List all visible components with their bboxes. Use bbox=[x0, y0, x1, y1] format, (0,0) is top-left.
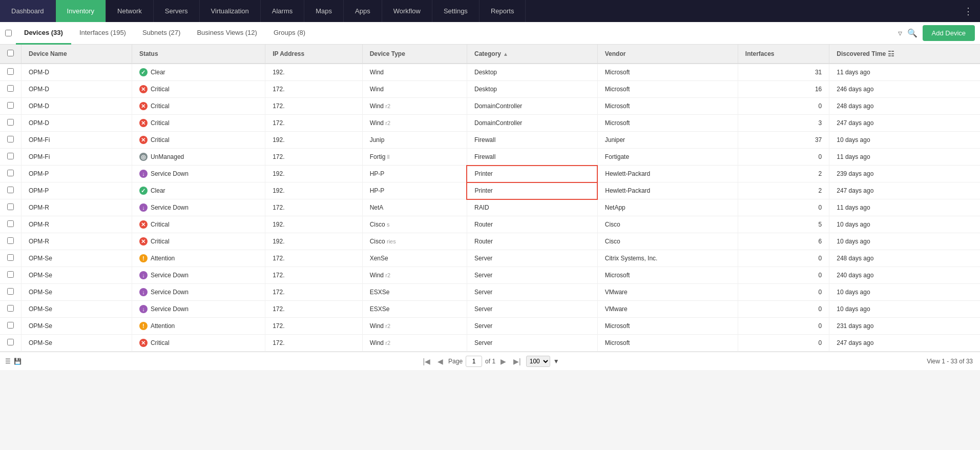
row-checkbox[interactable] bbox=[7, 102, 14, 109]
row-device-name: OPM-Fi bbox=[22, 149, 132, 166]
row-vendor: Microsoft bbox=[597, 64, 738, 81]
nav-dashboard[interactable]: Dashboard bbox=[0, 0, 56, 22]
footer-pagination: |◀ ◀ Page of 1 ▶ ▶| 100 50 200 ▼ bbox=[421, 356, 559, 367]
row-checkbox[interactable] bbox=[7, 254, 14, 261]
tab-interfaces[interactable]: Interfaces (195) bbox=[71, 22, 134, 45]
row-status: ↓ Service Down bbox=[132, 301, 265, 318]
column-settings-icon[interactable]: ☷ bbox=[888, 50, 894, 58]
more-menu-icon[interactable]: ⋮ bbox=[956, 0, 980, 22]
row-checkbox[interactable] bbox=[7, 187, 14, 193]
status-icon-critical: ✕ bbox=[139, 339, 148, 347]
nav-servers[interactable]: Servers bbox=[154, 0, 200, 22]
status-icon-servicedown: ↓ bbox=[139, 271, 148, 279]
row-checkbox-cell bbox=[0, 301, 22, 318]
prev-page-button[interactable]: ◀ bbox=[435, 356, 445, 366]
row-checkbox[interactable] bbox=[7, 305, 14, 312]
row-checkbox[interactable] bbox=[7, 237, 14, 244]
row-interfaces: 0 bbox=[738, 149, 829, 166]
row-checkbox[interactable] bbox=[7, 136, 14, 142]
row-discovered-time: 10 days ago bbox=[829, 284, 980, 301]
select-all-checkbox[interactable] bbox=[5, 30, 12, 36]
tab-devices[interactable]: Devices (33) bbox=[16, 22, 71, 45]
row-status: ✓ Clear bbox=[132, 182, 265, 199]
nav-workflow[interactable]: Workflow bbox=[382, 0, 432, 22]
header-category[interactable]: Category ▲ bbox=[467, 45, 597, 64]
status-label: Clear bbox=[151, 187, 165, 194]
row-device-name: OPM-R bbox=[22, 233, 132, 250]
row-status: ↓ Service Down bbox=[132, 199, 265, 216]
row-discovered-time: 10 days ago bbox=[829, 132, 980, 149]
row-checkbox[interactable] bbox=[7, 322, 14, 329]
row-device-type: NetA bbox=[362, 199, 467, 216]
row-checkbox[interactable] bbox=[7, 220, 14, 227]
row-discovered-time: 248 days ago bbox=[829, 98, 980, 115]
row-vendor: NetApp bbox=[597, 199, 738, 216]
nav-apps[interactable]: Apps bbox=[344, 0, 382, 22]
row-category: Router bbox=[467, 216, 597, 233]
row-checkbox[interactable] bbox=[7, 203, 14, 210]
status-icon-clear: ✓ bbox=[139, 187, 148, 195]
row-device-name: OPM-Se bbox=[22, 318, 132, 335]
first-page-button[interactable]: |◀ bbox=[421, 356, 432, 366]
nav-reports[interactable]: Reports bbox=[479, 0, 526, 22]
row-checkbox-cell bbox=[0, 250, 22, 267]
row-device-type: Wind r2 bbox=[362, 98, 467, 115]
row-device-type: HP-P bbox=[362, 166, 467, 182]
row-ip-address: 172. bbox=[265, 318, 362, 335]
next-page-button[interactable]: ▶ bbox=[498, 356, 508, 366]
row-discovered-time: 10 days ago bbox=[829, 233, 980, 250]
tab-business-views[interactable]: Business Views (12) bbox=[189, 22, 265, 45]
row-category: Server bbox=[467, 284, 597, 301]
nav-virtualization[interactable]: Virtualization bbox=[200, 0, 261, 22]
tab-groups[interactable]: Groups (8) bbox=[265, 22, 314, 45]
row-discovered-time: 247 days ago bbox=[829, 182, 980, 199]
page-input[interactable] bbox=[466, 356, 482, 367]
row-category: Firewall bbox=[467, 132, 597, 149]
row-checkbox[interactable] bbox=[7, 153, 14, 159]
row-checkbox[interactable] bbox=[7, 288, 14, 295]
row-checkbox[interactable] bbox=[7, 68, 14, 75]
row-status: ✕ Critical bbox=[132, 216, 265, 233]
row-ip-address: 172. bbox=[265, 98, 362, 115]
row-checkbox[interactable] bbox=[7, 119, 14, 126]
row-interfaces: 0 bbox=[738, 250, 829, 267]
nav-inventory[interactable]: Inventory bbox=[56, 0, 106, 22]
row-status: ↓ Service Down bbox=[132, 166, 265, 182]
filter-icon[interactable]: ▿ bbox=[898, 28, 902, 38]
rows-per-page-select[interactable]: 100 50 200 bbox=[526, 356, 550, 367]
row-status: ↓ Service Down bbox=[132, 284, 265, 301]
row-vendor: Cisco bbox=[597, 233, 738, 250]
row-checkbox[interactable] bbox=[7, 170, 14, 176]
add-device-button[interactable]: Add Device bbox=[923, 25, 975, 41]
nav-alarms[interactable]: Alarms bbox=[261, 0, 304, 22]
row-category: Desktop bbox=[467, 64, 597, 81]
status-label: Critical bbox=[151, 86, 170, 93]
header-interfaces: Interfaces bbox=[738, 45, 829, 64]
row-ip-address: 172. bbox=[265, 199, 362, 216]
tab-subnets[interactable]: Subnets (27) bbox=[134, 22, 189, 45]
nav-network[interactable]: Network bbox=[106, 0, 154, 22]
row-checkbox[interactable] bbox=[7, 339, 14, 345]
row-ip-address: 172. bbox=[265, 250, 362, 267]
nav-maps[interactable]: Maps bbox=[304, 0, 344, 22]
footer-icon-1[interactable]: ☰ bbox=[5, 358, 11, 365]
header-select-all[interactable] bbox=[7, 50, 14, 56]
footer-icon-2[interactable]: 💾 bbox=[14, 358, 22, 365]
row-interfaces: 0 bbox=[738, 98, 829, 115]
status-icon-servicedown: ↓ bbox=[139, 170, 148, 178]
row-interfaces: 16 bbox=[738, 81, 829, 98]
search-icon[interactable]: 🔍 bbox=[907, 28, 918, 38]
last-page-button[interactable]: ▶| bbox=[511, 356, 523, 366]
row-checkbox[interactable] bbox=[7, 85, 14, 92]
table-row: OPM-Se ! Attention 172. Wind r2 Server M… bbox=[0, 318, 980, 335]
row-checkbox[interactable] bbox=[7, 271, 14, 278]
nav-settings[interactable]: Settings bbox=[432, 0, 479, 22]
header-discovered-time: Discovered Time ☷ bbox=[829, 45, 980, 64]
row-interfaces: 0 bbox=[738, 267, 829, 284]
row-status: ✓ Clear bbox=[132, 64, 265, 81]
row-vendor: Microsoft bbox=[597, 267, 738, 284]
table-row: OPM-P ↓ Service Down 192. HP-P Printer H… bbox=[0, 166, 980, 182]
row-discovered-time: 11 days ago bbox=[829, 149, 980, 166]
row-checkbox-cell bbox=[0, 81, 22, 98]
row-checkbox-cell bbox=[0, 64, 22, 81]
